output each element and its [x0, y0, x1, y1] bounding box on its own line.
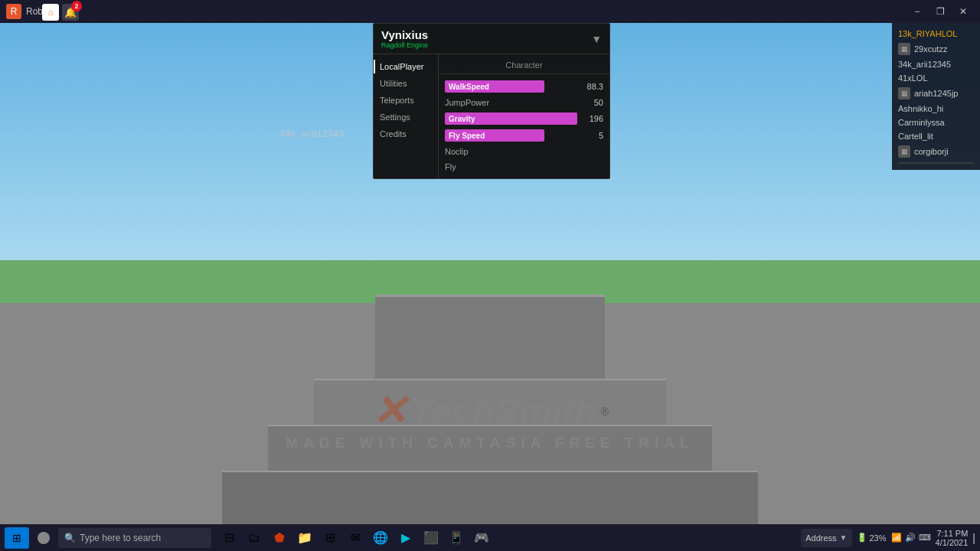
task-view-button[interactable]: ⊟ [217, 527, 240, 549]
player-item[interactable]: 13k_RIYAHLOL [892, 27, 980, 41]
battery-icon: 🔋 [857, 533, 867, 543]
roblox-taskbar-icons: ⌂ 🔔 2 [42, 4, 79, 21]
player-item[interactable]: ▦ corgiborji [892, 143, 980, 160]
player-avatar-icon: ▦ [898, 43, 910, 55]
sidebar-item-utilities[interactable]: Utilities [374, 75, 438, 92]
noclip-label[interactable]: Noclip [445, 147, 469, 156]
gravity-value: 196 [582, 114, 603, 123]
player-item[interactable]: 34k_arii12345 [892, 57, 980, 71]
sidebar-item-localplayer[interactable]: LocalPlayer [374, 58, 438, 75]
roblox-home-icon[interactable]: ⌂ [42, 4, 59, 21]
email-button[interactable]: ✉ [344, 527, 367, 549]
player-item[interactable]: 41xLOL [892, 71, 980, 85]
walkspeed-bar-container: WalkSpeed [445, 80, 577, 93]
sound-icon: 🔊 [905, 533, 916, 543]
taskbar-address-bar[interactable]: Address ▼ [801, 529, 851, 547]
player-name: 29xcutzz [914, 44, 947, 54]
fly-label[interactable]: Fly [445, 162, 456, 171]
player-name: Carminlyssa [898, 118, 945, 127]
content-header: Character [439, 58, 609, 74]
keyboard-icon: ⌨ [919, 533, 931, 543]
title-bar: R Roblox − ❐ ✕ [0, 0, 980, 23]
jumppower-label: JumpPower [445, 98, 489, 107]
battery-percent: 23% [870, 533, 887, 543]
player-name: Cartell_lit [898, 132, 933, 141]
menu-body: LocalPlayer Utilities Teleports Settings… [374, 54, 609, 178]
sidebar-item-teleports[interactable]: Teleports [374, 92, 438, 109]
app2-button[interactable]: 📱 [445, 527, 468, 549]
notification-count: 2 [71, 1, 82, 11]
player-avatar-icon: ▦ [898, 87, 910, 99]
flyspeed-row: Fly Speed 5 [439, 127, 609, 144]
player-avatar-icon: ▦ [898, 145, 910, 158]
jumppower-row: JumpPower 50 [439, 95, 609, 110]
menu-sidebar: LocalPlayer Utilities Teleports Settings… [374, 54, 439, 178]
terminal-button[interactable]: ⬛ [420, 527, 443, 549]
office-button[interactable]: ⬟ [268, 527, 291, 549]
walkspeed-row: WalkSpeed 88.3 [439, 78, 609, 95]
sidebar-item-settings[interactable]: Settings [374, 109, 438, 126]
flyspeed-bar[interactable]: Fly Speed [445, 129, 544, 142]
media-button[interactable]: ▶ [394, 527, 417, 549]
menu-subtitle: Ragdoll Engine [381, 41, 428, 49]
player-item[interactable]: Ashnikko_hi [892, 102, 980, 116]
browser-button[interactable]: 🌐 [369, 527, 392, 549]
notification-bell[interactable]: 🔔 2 [62, 4, 79, 21]
fly-row: Fly [439, 159, 609, 174]
gravity-bar[interactable]: Gravity [445, 112, 577, 125]
player-name: 34k_arii12345 [898, 60, 951, 69]
player-name: 41xLOL [898, 73, 928, 83]
dropdown-icon[interactable]: ▼ [591, 33, 602, 45]
close-button[interactable]: ✕ [952, 4, 974, 19]
taskbar-search[interactable]: 🔍 Type here to search [58, 528, 211, 548]
start-button[interactable]: ⊞ [5, 527, 29, 549]
noclip-row: Noclip [439, 144, 609, 159]
app-icon: R [6, 4, 21, 19]
date-display: 4/1/2021 [936, 538, 969, 547]
search-icon: 🔍 [64, 533, 76, 543]
taskbar: ⊞ 🔍 Type here to search ⊟ 🗂 ⬟ 📁 ⊞ ✉ 🌐 ▶ … [0, 524, 980, 551]
jumppower-value: 50 [582, 98, 603, 107]
menu-title-area: Vynixius Ragdoll Engine [381, 28, 428, 49]
stairs [222, 295, 758, 524]
time-display: 7:11 PM [936, 529, 969, 538]
sidebar-item-credits[interactable]: Credits [374, 126, 438, 142]
player-name: Ashnikko_hi [898, 104, 943, 113]
player-list: 13k_RIYAHLOL ▦ 29xcutzz 34k_arii12345 41… [892, 23, 980, 170]
flyspeed-value: 5 [582, 131, 603, 140]
window-controls: − ❐ ✕ [906, 4, 974, 19]
player-name: corgiborji [914, 147, 949, 156]
player-item[interactable]: ▦ ariah1245jp [892, 85, 980, 102]
player-nametag: 34k_arii12345 [279, 128, 345, 139]
taskbar-apps: ⊟ 🗂 ⬟ 📁 ⊞ ✉ 🌐 ▶ ⬛ 📱 🎮 [217, 527, 493, 549]
player-item[interactable]: ▦ 29xcutzz [892, 41, 980, 57]
cheat-menu: Vynixius Ragdoll Engine ▼ LocalPlayer Ut… [373, 23, 610, 179]
taskbar-time: 7:11 PM 4/1/2021 [936, 529, 969, 547]
battery-indicator: 🔋 23% [857, 533, 887, 543]
taskbar-right: Address ▼ 🔋 23% 📶 🔊 ⌨ 7:11 PM 4/1/2021 | [801, 529, 975, 547]
address-dropdown-icon: ▼ [840, 533, 848, 542]
gravity-bar-container: Gravity [445, 112, 577, 125]
cortana-button[interactable] [32, 527, 55, 549]
explorer-button[interactable]: 🗂 [243, 527, 266, 549]
menu-content: Character WalkSpeed 88.3 JumpPower 50 Gr… [439, 54, 609, 178]
flyspeed-bar-container: Fly Speed [445, 129, 577, 142]
walkspeed-bar[interactable]: WalkSpeed [445, 80, 544, 93]
maximize-button[interactable]: ❐ [929, 4, 951, 19]
menu-header: Vynixius Ragdoll Engine ▼ [374, 24, 609, 54]
search-placeholder: Type here to search [80, 533, 161, 543]
player-item[interactable]: Carminlyssa [892, 116, 980, 129]
minimize-button[interactable]: − [906, 4, 928, 19]
address-label: Address [805, 533, 836, 543]
show-desktop-button[interactable]: | [972, 532, 975, 544]
player-name: 13k_RIYAHLOL [898, 29, 957, 38]
walkspeed-value: 88.3 [582, 82, 603, 91]
player-name: ariah1245jp [914, 89, 959, 98]
start-menu-button[interactable]: ⊞ [318, 527, 341, 549]
menu-title: Vynixius [381, 28, 428, 41]
app3-button[interactable]: 🎮 [470, 527, 493, 549]
wifi-icon: 📶 [891, 533, 902, 543]
gravity-row: Gravity 196 [439, 110, 609, 127]
folder-button[interactable]: 📁 [293, 527, 316, 549]
player-item[interactable]: Cartell_lit [892, 129, 980, 143]
